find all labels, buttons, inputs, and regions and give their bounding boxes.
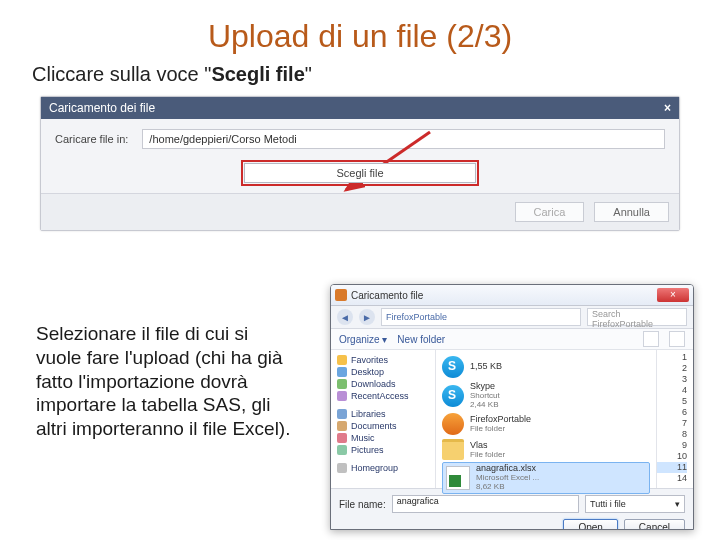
file-item[interactable]: SkypeShortcut2,44 KB [442, 380, 650, 411]
file-chooser-dialog: Caricamento file × ◄ ► FirefoxPortable S… [330, 284, 694, 530]
num-row[interactable]: 10 [657, 451, 687, 462]
chooser-navbar: ◄ ► FirefoxPortable Search FirefoxPortab… [331, 306, 693, 329]
open-button[interactable]: Open [563, 519, 617, 530]
nav-documents[interactable]: Documents [333, 420, 433, 432]
skype-icon [442, 356, 464, 378]
subtitle-prefix: Cliccare sulla voce " [32, 63, 211, 85]
nav-desktop[interactable]: Desktop [333, 366, 433, 378]
organize-menu[interactable]: Organize ▾ [339, 334, 387, 345]
num-row[interactable]: 5 [657, 396, 687, 407]
nav-libraries[interactable]: Libraries [333, 408, 433, 420]
view-icon[interactable] [643, 331, 659, 347]
upload-path-row: Caricare file in: /home/gdeppieri/Corso … [55, 129, 665, 149]
upload-title-text: Caricamento dei file [49, 101, 155, 115]
breadcrumb[interactable]: FirefoxPortable [381, 308, 581, 326]
nav-pictures[interactable]: Pictures [333, 444, 433, 456]
choose-file-label: Scegli file [336, 167, 383, 179]
upload-path-field[interactable]: /home/gdeppieri/Corso Metodi [142, 129, 665, 149]
num-row[interactable]: 8 [657, 429, 687, 440]
num-row[interactable]: 6 [657, 407, 687, 418]
chooser-button-row: Open Cancel [331, 519, 693, 530]
forward-icon[interactable]: ► [359, 309, 375, 325]
filename-label: File name: [339, 499, 386, 510]
search-input[interactable]: Search FirefoxPortable [587, 308, 687, 326]
window-icon [335, 289, 347, 301]
files-column: 1,55 KB SkypeShortcut2,44 KB FirefoxPort… [436, 350, 656, 488]
chooser-title: Caricamento file [351, 290, 653, 301]
chooser-body: Favorites Desktop Downloads RecentAccess… [331, 350, 693, 488]
chooser-file-pane: 1,55 KB SkypeShortcut2,44 KB FirefoxPort… [436, 350, 693, 488]
chevron-down-icon: ▾ [675, 499, 680, 509]
back-icon[interactable]: ◄ [337, 309, 353, 325]
nav-downloads[interactable]: Downloads [333, 378, 433, 390]
upload-footer: Carica Annulla [41, 193, 679, 230]
skype-icon [442, 385, 464, 407]
file-item[interactable]: FirefoxPortableFile folder [442, 411, 650, 437]
nav-favorites[interactable]: Favorites [333, 354, 433, 366]
num-row[interactable]: 3 [657, 374, 687, 385]
num-row[interactable]: 9 [657, 440, 687, 451]
num-row[interactable]: 2 [657, 363, 687, 374]
firefox-icon [442, 413, 464, 435]
upload-dialog: Caricamento dei file × Caricare file in:… [40, 96, 680, 231]
file-item[interactable]: VlasFile folder [442, 437, 650, 462]
upload-path-label: Caricare file in: [55, 133, 128, 145]
chooser-nav-pane: Favorites Desktop Downloads RecentAccess… [331, 350, 436, 488]
nav-homegroup[interactable]: Homegroup [333, 462, 433, 474]
load-button[interactable]: Carica [515, 202, 585, 222]
upload-titlebar: Caricamento dei file × [41, 97, 679, 119]
num-row[interactable]: 1 [657, 352, 687, 363]
num-row[interactable]: 14 [657, 473, 687, 484]
filename-field[interactable]: anagrafica [392, 495, 579, 513]
files-number-column: 1 2 3 4 5 6 7 8 9 10 11 14 [656, 350, 693, 488]
chooser-cancel-button[interactable]: Cancel [624, 519, 685, 530]
excel-icon [446, 466, 470, 490]
upload-body: Caricare file in: /home/gdeppieri/Corso … [41, 119, 679, 193]
close-icon[interactable]: × [664, 101, 671, 115]
nav-music[interactable]: Music [333, 432, 433, 444]
folder-icon [442, 439, 464, 460]
cancel-button[interactable]: Annulla [594, 202, 669, 222]
chooser-toolbar: Organize ▾ New folder [331, 329, 693, 350]
filetype-dropdown[interactable]: Tutti i file▾ [585, 495, 685, 513]
paragraph-2: Selezionare il file di cui si vuole fare… [36, 322, 296, 441]
nav-recent[interactable]: RecentAccess [333, 390, 433, 402]
help-icon[interactable] [669, 331, 685, 347]
slide-title: Upload di un file (2/3) [0, 18, 720, 55]
file-item-selected[interactable]: anagrafica.xlsxMicrosoft Excel ...8,62 K… [442, 462, 650, 493]
subtitle-bold: Scegli file [211, 63, 304, 85]
choose-file-button[interactable]: Scegli file [244, 163, 476, 183]
chooser-close-icon[interactable]: × [657, 288, 689, 302]
new-folder-button[interactable]: New folder [397, 334, 445, 345]
subtitle-suffix: " [305, 63, 312, 85]
num-row[interactable]: 4 [657, 385, 687, 396]
chooser-titlebar: Caricamento file × [331, 285, 693, 306]
num-row[interactable]: 7 [657, 418, 687, 429]
slide-subtitle: Cliccare sulla voce "Scegli file" [32, 63, 720, 86]
num-row[interactable]: 11 [657, 462, 687, 473]
file-item[interactable]: 1,55 KB [442, 354, 650, 380]
